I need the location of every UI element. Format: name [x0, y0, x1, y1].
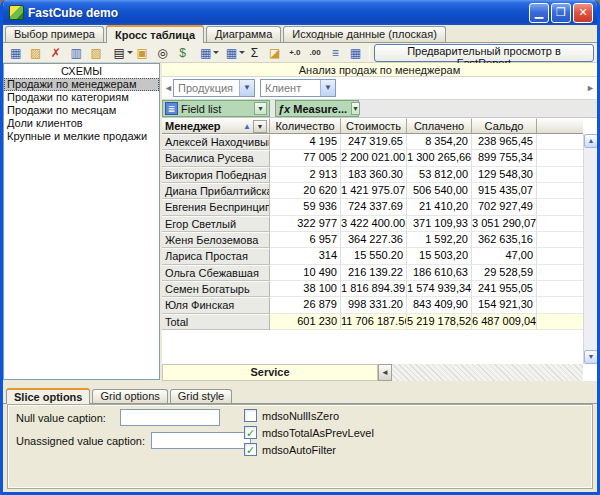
tab-grid-style[interactable]: Grid style — [170, 389, 232, 403]
copy-button[interactable]: ▣ — [133, 44, 152, 62]
column-header-paid[interactable]: Сплачено — [407, 118, 472, 134]
chart-button[interactable]: ◪ — [265, 44, 284, 62]
service-label: Service — [162, 364, 378, 381]
row-dimension-dropdown-icon[interactable]: ▼ — [253, 120, 267, 133]
export-button[interactable]: ▤ — [107, 44, 132, 62]
aggregate-button[interactable]: Σ — [245, 44, 264, 62]
cell-paid: 15 503,20 — [407, 248, 472, 264]
scroll-up-icon[interactable]: ▲ — [584, 134, 598, 148]
filter-product-dropdown-icon[interactable]: ▼ — [239, 80, 254, 96]
unassigned-caption-input[interactable] — [151, 432, 251, 449]
tab-source-data[interactable]: Исходные данные (плоская) — [283, 26, 446, 42]
cell-paid: 1 592,20 — [407, 232, 472, 248]
field-list-dropdown-icon[interactable]: ▼ — [254, 102, 267, 115]
scheme-item-categories[interactable]: Продажи по категориям — [4, 91, 159, 104]
scheme-item-big-small[interactable]: Крупные и мелкие продажи — [4, 130, 159, 143]
add-decimals-button[interactable]: +.0 — [285, 44, 304, 62]
cell-balance: 154 921,30 — [472, 297, 537, 313]
maximize-button[interactable]: ❒ — [551, 3, 571, 23]
service-row: Service ◄ — [162, 364, 583, 381]
cell-balance: 29 528,59 — [472, 265, 537, 281]
open-cube-button[interactable]: ▧ — [87, 44, 106, 62]
save-cube-icon: ▥ — [70, 46, 81, 60]
remove-decimals-button[interactable]: .00 — [305, 44, 324, 62]
minimize-button[interactable]: ▁ — [529, 3, 549, 23]
options-tab-strip: Slice options Grid options Grid style — [3, 388, 597, 404]
cell-cost: 998 331.20 — [341, 297, 407, 313]
open-template-icon: ▨ — [30, 46, 41, 60]
row-dimension-header[interactable]: Менеджер ▲ ▼ — [162, 118, 270, 134]
save-cube-button[interactable]: ▥ — [66, 44, 85, 62]
tab-slice-options[interactable]: Slice options — [6, 388, 90, 404]
cross-table: Менеджер ▲ ▼ Количество Стоимость Сплаче… — [162, 118, 583, 330]
cell-qty: 59 936 — [270, 199, 341, 215]
scheme-item-managers[interactable]: Продажи по менеджерам — [4, 78, 159, 91]
tab-grid-options[interactable]: Grid options — [92, 389, 167, 403]
scheme-item-client-shares[interactable]: Доли клиентов — [4, 117, 159, 130]
scheme-item-months[interactable]: Продажи по месяцам — [4, 104, 159, 117]
remove-decimals-icon: .00 — [309, 48, 320, 57]
null-caption-input[interactable] — [120, 409, 220, 426]
filter-client-dropdown-icon[interactable]: ▼ — [320, 80, 335, 96]
cell-balance: 3 051 290,07 — [472, 216, 537, 232]
row-header-cell[interactable]: Семен Богатырь — [162, 281, 270, 297]
vertical-scrollbar[interactable]: ▲ ▼ — [583, 134, 597, 364]
tab-example-select[interactable]: Выбор примера — [5, 26, 104, 42]
toolbar: ▦ ▨ ✗ ▥ ▧ ▤ ▣ ◎ $ ▦ ▦ Σ ◪ +.0 .00 ≡ ▦ Пр… — [3, 43, 597, 63]
field-list-button[interactable]: ≣ Field list ▼ — [162, 100, 270, 117]
save-all-button[interactable]: ▦ — [6, 44, 25, 62]
table-row: Лариса Простая31415 550.2015 503,2047,00 — [162, 248, 583, 264]
pivot-title: Анализ продаж по менеджерам — [162, 63, 597, 77]
tab-cross-table[interactable]: Кросс таблица — [106, 25, 204, 43]
clear-grid-button[interactable]: ✗ — [46, 44, 65, 62]
row-header-cell[interactable]: Алексей Находчивый — [162, 134, 270, 150]
checkbox-null-is-zero[interactable] — [244, 409, 257, 422]
row-header-cell[interactable]: Женя Белоземова — [162, 232, 270, 248]
row-header-cell[interactable]: Ольга Сбежавшая — [162, 265, 270, 281]
column-header-qty[interactable]: Количество — [270, 118, 341, 134]
cell-qty: 2 913 — [270, 167, 341, 183]
cell-balance: 702 927,49 — [472, 199, 537, 215]
app-window: FastCube demo ▁ ❒ ✕ Выбор примера Кросс … — [0, 0, 600, 495]
row-header-cell[interactable]: Лариса Простая — [162, 248, 270, 264]
measures-dropdown-icon[interactable]: ▼ — [351, 102, 360, 115]
measures-label: Measure... — [293, 103, 347, 115]
row-header-cell[interactable]: Диана Прибалтийская — [162, 183, 270, 199]
row-fields-button[interactable]: ▦ — [219, 44, 244, 62]
open-cube-icon: ▧ — [91, 46, 102, 60]
filter-product-combo[interactable]: Продукция ▼ — [173, 79, 255, 97]
service-collapse-icon[interactable]: ◄ — [378, 364, 392, 381]
checkbox-auto-filter[interactable]: ✓ — [244, 443, 257, 456]
currency-format-button[interactable]: $ — [173, 44, 192, 62]
column-header-cost[interactable]: Стоимость — [341, 118, 407, 134]
measures-button[interactable]: ƒx Measure... ▼ — [275, 100, 359, 117]
row-header-cell[interactable]: Юля Финская — [162, 297, 270, 313]
cell-qty: 4 195 — [270, 134, 341, 150]
field-list-label: Field list — [181, 103, 250, 115]
filter-scroll-left-icon[interactable]: ◄ — [164, 83, 173, 93]
close-button[interactable]: ✕ — [573, 3, 593, 23]
scroll-down-icon[interactable]: ▼ — [584, 350, 598, 364]
row-header-cell[interactable]: Виктория Победная — [162, 167, 270, 183]
find-button[interactable]: ◎ — [153, 44, 172, 62]
total-cost: 11 706 187.56 — [341, 314, 407, 330]
filter-scroll-right-icon[interactable]: ► — [586, 83, 595, 93]
tab-chart[interactable]: Диаграмма — [206, 26, 281, 42]
cell-cost: 183 360.30 — [341, 167, 407, 183]
column-header-balance[interactable]: Сальдо — [472, 118, 537, 134]
checkbox-total-as-prev-level[interactable]: ✓ — [244, 426, 257, 439]
row-header-cell[interactable]: Егор Светлый — [162, 216, 270, 232]
filter-client-combo[interactable]: Клиент ▼ — [260, 79, 336, 97]
column-fields-button[interactable]: ▦ — [193, 44, 218, 62]
notes-button[interactable]: ≡ — [326, 44, 345, 62]
export-table-button[interactable]: ▦ — [346, 44, 365, 62]
open-template-button[interactable]: ▨ — [26, 44, 45, 62]
row-header-cell[interactable]: Василиса Русева — [162, 150, 270, 166]
fastreport-preview-button[interactable]: Предварительный просмотр в FastReport — [374, 44, 594, 62]
table-row: Евгения Беспринципная59 936724 337.6921 … — [162, 199, 583, 215]
cell-paid: 21 410,20 — [407, 199, 472, 215]
unused-area — [392, 364, 583, 381]
copy-icon: ▣ — [137, 46, 148, 60]
row-header-cell[interactable]: Евгения Беспринципная — [162, 199, 270, 215]
cell-balance: 47,00 — [472, 248, 537, 264]
